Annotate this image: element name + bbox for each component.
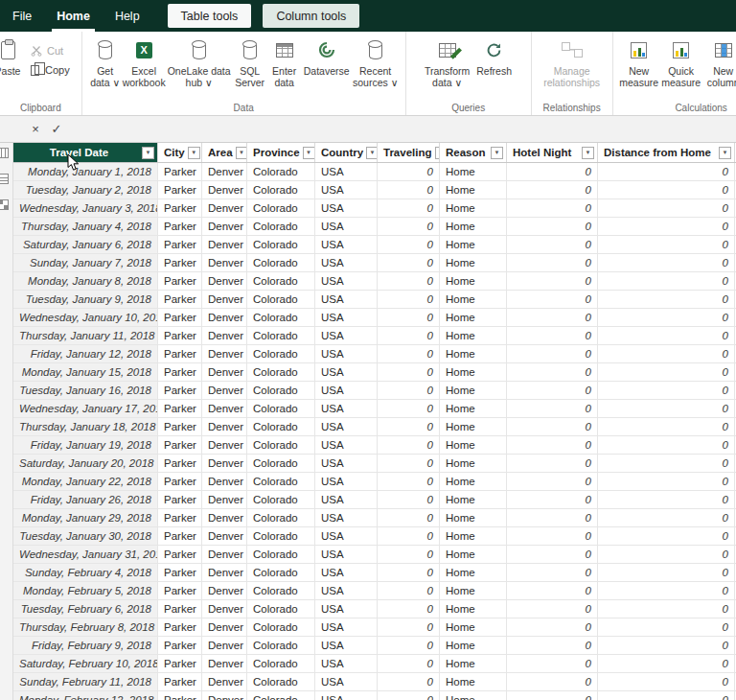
cell-distance_from_home[interactable]: 0 — [598, 618, 735, 636]
cell-traveling[interactable]: 0 — [378, 400, 440, 417]
cell-hotel_night[interactable]: 0 — [507, 272, 598, 290]
column-header-country[interactable]: Country▼ — [315, 143, 378, 162]
cell-travel_date[interactable]: Monday, February 5, 2018 — [13, 582, 158, 599]
cell-reason[interactable]: Home — [440, 455, 507, 472]
cell-area[interactable]: Denver — [202, 527, 247, 545]
cell-city[interactable]: Parker — [158, 254, 202, 271]
cell-distance_from_home[interactable]: 0 — [598, 582, 735, 599]
cell-country[interactable]: USA — [315, 291, 378, 308]
cell-country[interactable]: USA — [315, 363, 378, 381]
column-header-travel_date[interactable]: Travel Date▼ — [13, 143, 158, 162]
cell-area[interactable]: Denver — [202, 546, 247, 563]
model-view-icon[interactable] — [0, 199, 9, 210]
cell-city[interactable]: Parker — [158, 291, 202, 308]
cell-reason[interactable]: Home — [440, 163, 507, 180]
cell-hotel_night[interactable]: 0 — [507, 527, 598, 545]
column-header-hotel_night[interactable]: Hotel Night▼ — [507, 143, 598, 162]
cell-area[interactable]: Denver — [202, 400, 247, 417]
cell-traveling[interactable]: 0 — [378, 436, 440, 454]
cell-area[interactable]: Denver — [202, 564, 247, 581]
cell-distance_from_home[interactable]: 0 — [598, 363, 735, 381]
cell-country[interactable]: USA — [315, 564, 378, 581]
cell-area[interactable]: Denver — [202, 345, 247, 362]
cell-distance_from_home[interactable]: 0 — [598, 181, 735, 198]
cell-province[interactable]: Colorado — [247, 218, 315, 235]
cell-province[interactable]: Colorado — [247, 600, 315, 618]
cell-travel_date[interactable]: Wednesday, January 31, 2018 — [13, 546, 158, 563]
cell-hotel_night[interactable]: 0 — [507, 509, 598, 526]
cell-city[interactable]: Parker — [158, 236, 202, 253]
copy-button[interactable]: Copy — [25, 60, 76, 80]
cell-country[interactable]: USA — [315, 527, 378, 545]
cell-city[interactable]: Parker — [158, 436, 202, 454]
cell-travel_date[interactable]: Monday, February 12, 2018 — [13, 691, 158, 700]
cell-traveling[interactable]: 0 — [378, 272, 440, 290]
quick-measure-button[interactable]: Quickmeasure — [659, 32, 703, 101]
paste-button[interactable]: Paste — [0, 32, 25, 101]
cell-country[interactable]: USA — [315, 345, 378, 362]
cell-province[interactable]: Colorado — [247, 582, 315, 599]
cell-distance_from_home[interactable]: 0 — [598, 236, 735, 253]
cell-province[interactable]: Colorado — [247, 181, 315, 198]
cell-country[interactable]: USA — [315, 473, 378, 490]
cell-traveling[interactable]: 0 — [378, 291, 440, 308]
cell-reason[interactable]: Home — [440, 291, 507, 308]
cell-country[interactable]: USA — [315, 436, 378, 454]
cell-province[interactable]: Colorado — [247, 382, 315, 399]
cell-travel_date[interactable]: Sunday, February 11, 2018 — [13, 673, 158, 690]
cell-city[interactable]: Parker — [158, 600, 202, 618]
cell-hotel_night[interactable]: 0 — [507, 436, 598, 454]
cell-area[interactable]: Denver — [202, 509, 247, 526]
cell-traveling[interactable]: 0 — [378, 199, 440, 217]
cell-travel_date[interactable]: Wednesday, January 3, 2018 — [13, 199, 158, 217]
cell-distance_from_home[interactable]: 0 — [598, 382, 735, 399]
cell-distance_from_home[interactable]: 0 — [598, 291, 735, 308]
cell-distance_from_home[interactable]: 0 — [598, 218, 735, 235]
cell-reason[interactable]: Home — [440, 491, 507, 508]
cell-reason[interactable]: Home — [440, 382, 507, 399]
cell-reason[interactable]: Home — [440, 473, 507, 490]
cell-city[interactable]: Parker — [158, 327, 202, 344]
cell-city[interactable]: Parker — [158, 527, 202, 545]
recent-sources-button[interactable]: Recentsources ∨ — [352, 32, 400, 101]
tab-file[interactable]: File — [0, 0, 44, 32]
cell-distance_from_home[interactable]: 0 — [598, 509, 735, 526]
get-data-button[interactable]: Getdata ∨ — [88, 32, 123, 101]
onelake-data-hub-button[interactable]: OneLake datahub ∨ — [166, 32, 233, 101]
column-header-traveling[interactable]: Traveling▼ — [378, 143, 440, 162]
cell-traveling[interactable]: 0 — [378, 418, 440, 435]
cell-province[interactable]: Colorado — [247, 637, 315, 654]
cell-province[interactable]: Colorado — [247, 418, 315, 435]
cell-province[interactable]: Colorado — [247, 400, 315, 417]
cell-reason[interactable]: Home — [440, 655, 507, 672]
cell-travel_date[interactable]: Wednesday, January 17, 2018 — [13, 400, 158, 417]
cell-travel_date[interactable]: Saturday, January 6, 2018 — [13, 236, 158, 253]
cell-hotel_night[interactable]: 0 — [507, 236, 598, 253]
cell-city[interactable]: Parker — [158, 418, 202, 435]
cell-province[interactable]: Colorado — [247, 527, 315, 545]
cell-country[interactable]: USA — [315, 509, 378, 526]
cell-travel_date[interactable]: Tuesday, February 6, 2018 — [13, 600, 158, 618]
cell-province[interactable]: Colorado — [247, 691, 315, 700]
cell-area[interactable]: Denver — [202, 673, 247, 690]
cell-province[interactable]: Colorado — [247, 655, 315, 672]
column-filter-dropdown-icon[interactable]: ▼ — [236, 147, 247, 159]
column-header-city[interactable]: City▼ — [158, 143, 202, 162]
cell-travel_date[interactable]: Saturday, January 20, 2018 — [13, 455, 158, 472]
cell-traveling[interactable]: 0 — [378, 527, 440, 545]
cell-hotel_night[interactable]: 0 — [507, 618, 598, 636]
cell-city[interactable]: Parker — [158, 455, 202, 472]
cell-reason[interactable]: Home — [440, 254, 507, 271]
cell-province[interactable]: Colorado — [247, 363, 315, 381]
cell-distance_from_home[interactable]: 0 — [598, 163, 735, 180]
cell-distance_from_home[interactable]: 0 — [598, 254, 735, 271]
cell-traveling[interactable]: 0 — [378, 637, 440, 654]
cell-area[interactable]: Denver — [202, 473, 247, 490]
cell-reason[interactable]: Home — [440, 527, 507, 545]
cell-travel_date[interactable]: Monday, January 8, 2018 — [13, 272, 158, 290]
cell-travel_date[interactable]: Friday, January 12, 2018 — [13, 345, 158, 362]
cell-distance_from_home[interactable]: 0 — [598, 327, 735, 344]
data-view-icon[interactable] — [0, 174, 9, 184]
cell-country[interactable]: USA — [315, 637, 378, 654]
cell-distance_from_home[interactable]: 0 — [598, 637, 735, 654]
